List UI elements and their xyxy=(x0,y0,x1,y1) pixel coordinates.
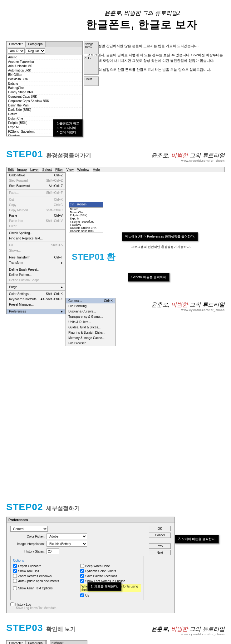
prefs-titlebar: Preferences xyxy=(7,517,174,523)
chk-font-english[interactable] xyxy=(80,579,84,583)
menu-item[interactable]: Preset Manager... xyxy=(7,302,65,307)
menubar[interactable]: Edit Image Layer Select Filter View Wind… xyxy=(6,167,225,172)
submenu-item[interactable]: Units & Rulers... xyxy=(66,319,115,325)
signature-url: www.cyworld.com/for_choon xyxy=(151,159,225,162)
menu-select[interactable]: Select xyxy=(42,168,52,171)
menu-item: Step ForwardShift+Ctrl+Z xyxy=(7,178,65,183)
submenu-item[interactable]: Display & Cursors... xyxy=(66,309,115,314)
menu-view[interactable]: View xyxy=(66,168,74,171)
menu-item[interactable]: PasteCtrl+V xyxy=(7,213,65,218)
prefs-section-select[interactable]: General xyxy=(10,526,48,532)
signature-url: www.cyworld.com/for_choon xyxy=(151,633,225,636)
tab-character[interactable]: Character xyxy=(7,42,26,47)
chk-auto-update[interactable] xyxy=(13,579,17,583)
menu-item[interactable]: Undo MoveCtrl+Z xyxy=(7,173,65,178)
font-item[interactable]: Dark Side (BRK) xyxy=(7,108,82,112)
chk-save-palette[interactable] xyxy=(80,574,84,578)
chk-dynamic-sliders[interactable] xyxy=(80,569,84,573)
submenu-item[interactable]: File Browser... xyxy=(66,341,115,346)
menu-item: Paste IntoShift+Ctrl+V xyxy=(7,218,65,224)
tab-character[interactable]: Character xyxy=(7,641,26,644)
font-item[interactable]: Candy Stripe BRK xyxy=(7,90,82,95)
submenu-item[interactable]: File Handling... xyxy=(66,303,115,309)
menu-image[interactable]: Image xyxy=(17,168,27,171)
menu-edit[interactable]: Edit xyxy=(8,168,14,171)
callout-uncheck: 1. 체크를 해제한다. xyxy=(87,582,121,591)
cancel-button[interactable]: Cancel xyxy=(149,533,171,538)
chk-zoom-resizes[interactable] xyxy=(13,574,17,578)
menu-help[interactable]: Help xyxy=(93,168,100,171)
menu-item[interactable]: Check Spelling... xyxy=(7,230,65,236)
menu-item[interactable]: Define Pattern... xyxy=(7,272,65,278)
step1-num: STEP01 xyxy=(6,149,43,160)
interp-select[interactable]: Bicubic (Better) xyxy=(47,541,87,547)
menu-filter[interactable]: Filter xyxy=(55,168,63,171)
font-select[interactable]: Ami R xyxy=(8,48,25,54)
signature: 윤춘로, 비범한 그의 튜토리얼 xyxy=(151,152,225,159)
menu-item[interactable]: Color Settings...Shift+Ctrl+K xyxy=(7,291,65,297)
menu-item[interactable]: Step BackwardAlt+Ctrl+Z xyxy=(7,183,65,189)
prev-button[interactable]: Prev xyxy=(149,543,171,549)
submenu-item[interactable]: Memory & Image Cache... xyxy=(66,335,115,341)
font-item[interactable]: Another Typewriter xyxy=(7,60,82,64)
history-states-input[interactable] xyxy=(47,548,59,554)
menu-item: Fade...Shift+Ctrl+F xyxy=(7,190,65,195)
titlebar-ghost: 가기, RGB/8) xyxy=(69,202,103,207)
intro-p2: 포토샵에서, 글꼴이 영어로 저렇게 떠 있는 경우를 보실 수 있습니다. C… xyxy=(87,52,225,64)
tab-paragraph[interactable]: Paragraph xyxy=(26,42,46,47)
preferences-submenu[interactable]: General...Ctrl+KFile Handling...Display … xyxy=(66,298,115,346)
menu-item[interactable]: Keyboard Shortcuts...Alt+Shift+Ctrl+K xyxy=(7,297,65,302)
chk-use[interactable] xyxy=(80,593,84,597)
menu-item[interactable]: Free TransformCtrl+T xyxy=(7,255,65,260)
menu-item[interactable]: Purge▸ xyxy=(7,284,65,290)
menu-item[interactable]: Define Brush Preset... xyxy=(7,267,65,272)
font-item[interactable]: Automatica BRK xyxy=(7,68,82,73)
callout-click-general: General 메뉴를 클릭하자 xyxy=(128,273,170,282)
font-item[interactable]: Batang xyxy=(7,81,82,86)
color-picker-label: Color Picker: xyxy=(10,535,45,538)
step1-label: 환경설정들어가기 xyxy=(46,152,91,159)
menu-item[interactable]: Transform▸ xyxy=(7,260,65,265)
chk-tooltips[interactable] xyxy=(13,569,17,573)
font-item[interactable]: Dotum xyxy=(7,112,82,116)
step3-num: STEP03 xyxy=(6,622,43,633)
chk-history-log[interactable] xyxy=(10,602,14,606)
header-subtitle: 윤춘로, 비범한 그의 튜토리얼2 xyxy=(59,9,225,17)
menu-item[interactable]: Preferences▸ xyxy=(7,309,65,314)
chk-asian-text[interactable] xyxy=(13,586,17,590)
options-groupbox: Options xyxy=(13,559,141,562)
chk-export-clipboard[interactable] xyxy=(13,564,17,568)
menu-window[interactable]: Window xyxy=(77,168,89,171)
font-item[interactable]: Corpulent Caps BRK xyxy=(7,95,82,99)
submenu-item[interactable]: Plug-Ins & Scratch Disks... xyxy=(66,330,115,335)
color-picker-select[interactable]: Adobe xyxy=(47,533,87,539)
menu-item: Clear xyxy=(7,224,65,229)
step3-label: 확인해 보기 xyxy=(46,625,76,633)
menu-item[interactable]: Find and Replace Text... xyxy=(7,236,65,241)
font-item[interactable]: Arial Unicode MS xyxy=(7,64,82,68)
submenu-item[interactable]: General...Ctrl+K xyxy=(66,298,115,303)
ok-button[interactable]: OK xyxy=(149,526,171,531)
menu-item: Copy MergedShift+Ctrl+C xyxy=(7,208,65,213)
callout-edit-prefs: 메뉴에 EDIT -> Preferences 환경설정을 들어간다. xyxy=(122,232,198,241)
tab-paragraph[interactable]: Paragraph xyxy=(26,641,46,644)
menu-layer[interactable]: Layer xyxy=(30,168,39,171)
font-item[interactable]: Damn the Man xyxy=(7,103,82,108)
font-item[interactable]: BN-Gillian xyxy=(7,73,82,77)
edit-menu[interactable]: Undo MoveCtrl+ZStep ForwardShift+Ctrl+ZS… xyxy=(6,172,66,314)
callout-english-fonts: 한글폰트가 영문으로 표시되어 식별이 어렵다. xyxy=(53,119,83,137)
preferences-dialog: Preferences General Color Picker: Adobe … xyxy=(6,517,175,613)
font-item[interactable]: Corpulent Caps Shadow BRK xyxy=(7,99,82,103)
font-item[interactable]: Ami R xyxy=(7,55,82,60)
callout-click-ok: 2. 오케이 버튼을 클릭한다. xyxy=(175,535,219,543)
weight-select[interactable]: Regular xyxy=(26,48,45,54)
submenu-item[interactable]: Transparency & Gamut... xyxy=(66,314,115,319)
chk-beep[interactable] xyxy=(80,564,84,568)
submenu-item[interactable]: Guides, Grid & Slices... xyxy=(66,325,115,330)
font-item[interactable]: BatangChe xyxy=(7,86,82,90)
font-item[interactable]: Backlash BRK xyxy=(7,77,82,81)
tiny-fontlist: DotumDotumCheEcliptic (BRK)Expo MFZSong_… xyxy=(69,207,103,233)
next-button[interactable]: Next xyxy=(149,550,171,555)
intro-p3: 단 한번의 설정으로 한글 폰트를 한글로 표시하는 법을 오늘 팁으로 알려드… xyxy=(87,67,225,73)
signature-url: www.cyworld.com/for_choon xyxy=(151,308,225,312)
